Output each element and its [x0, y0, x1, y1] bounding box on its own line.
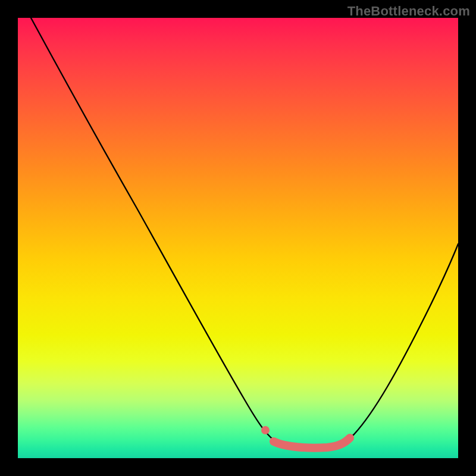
chart-canvas: TheBottleneck.com — [0, 0, 476, 476]
plot-area — [18, 18, 458, 458]
highlight-segment — [274, 438, 350, 448]
bottleneck-curve — [31, 18, 458, 448]
highlight-dot-icon — [261, 426, 270, 434]
curve-svg — [18, 18, 458, 458]
watermark-text: TheBottleneck.com — [347, 4, 470, 19]
